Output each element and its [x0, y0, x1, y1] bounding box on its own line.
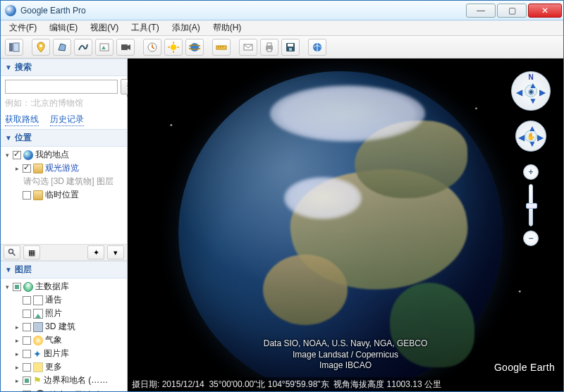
expand-icon[interactable]: ▸ [13, 165, 20, 172]
body: ▼ 搜索 搜索 例如：:北京的博物馆 获取路线 历史记录 ▼ 位置 [1, 59, 563, 391]
places-add-button[interactable]: ✦ [87, 245, 104, 259]
record-tour-button[interactable] [116, 39, 135, 56]
expand-icon[interactable]: ▸ [13, 324, 20, 331]
zoom-out-button[interactable]: − [523, 231, 539, 246]
collapse-icon: ▼ [5, 134, 12, 142]
get-directions-link[interactable]: 获取路线 [5, 114, 39, 126]
menu-tools[interactable]: 工具(T) [125, 20, 164, 35]
checkbox[interactable] [23, 191, 31, 200]
svg-line-29 [13, 253, 16, 256]
placemark-button[interactable] [32, 39, 50, 56]
pan-down-button[interactable]: ▼ [528, 139, 537, 149]
svg-rect-23 [267, 49, 271, 51]
layer-weather[interactable]: 气象 [45, 334, 62, 346]
maximize-button[interactable]: ▢ [497, 4, 527, 18]
look-left-button[interactable]: ◀ [516, 87, 522, 97]
pan-up-button[interactable]: ▲ [528, 123, 537, 133]
checkbox[interactable] [23, 323, 31, 331]
sightseeing-node[interactable]: 观光游览 [45, 162, 79, 174]
view-in-maps-button[interactable] [308, 39, 326, 56]
primary-db-node[interactable]: 主数据库 [35, 281, 69, 293]
temporary-places-node[interactable]: 临时位置 [45, 189, 79, 201]
my-places-node[interactable]: 我的地点 [35, 149, 69, 161]
ruler-button[interactable] [212, 39, 231, 56]
look-up-button[interactable]: ▲ [529, 80, 537, 90]
hide-sidebar-button[interactable] [5, 39, 23, 56]
path-button[interactable] [74, 39, 92, 56]
svg-rect-25 [288, 44, 293, 47]
menu-view[interactable]: 视图(V) [85, 20, 124, 35]
image-overlay-button[interactable] [95, 39, 114, 56]
look-down-button[interactable]: ▼ [529, 96, 537, 106]
pan-control[interactable]: ▲ ▼ ◀ ▶ ✋ [515, 121, 546, 152]
svg-point-9 [171, 44, 176, 50]
svg-marker-3 [59, 44, 66, 51]
svg-rect-0 [9, 43, 13, 51]
checkbox[interactable] [23, 376, 31, 385]
status-alt-label: 视角海拔高度 [333, 379, 384, 391]
look-right-button[interactable]: ▶ [539, 87, 546, 97]
layer-photos[interactable]: 照片 [45, 307, 62, 319]
svg-rect-1 [13, 43, 19, 51]
checkbox[interactable] [23, 363, 31, 372]
checkbox[interactable] [23, 336, 31, 345]
places-play-button[interactable]: ▦ [23, 245, 40, 259]
sunlight-button[interactable] [164, 39, 183, 56]
pan-left-button[interactable]: ◀ [518, 133, 525, 142]
pan-right-button[interactable]: ▶ [537, 133, 544, 142]
compass-control[interactable]: N ▲ ▼ ◀ ▶ ◉ [511, 71, 551, 111]
expand-icon[interactable]: ▸ [13, 364, 20, 371]
zoom-slider-track[interactable] [529, 184, 533, 226]
zoom-in-button[interactable]: + [523, 164, 539, 180]
search-input[interactable] [5, 80, 118, 94]
layer-borders[interactable]: 边界和地名 (…… [44, 374, 108, 386]
layer-announcements[interactable]: 通告 [45, 294, 62, 306]
planet-button[interactable] [185, 39, 204, 56]
places-panel-title: 位置 [15, 132, 32, 144]
email-button[interactable] [239, 39, 257, 56]
polygon-button[interactable] [53, 39, 71, 56]
minimize-button[interactable]: — [466, 4, 496, 18]
save-image-button[interactable] [281, 39, 300, 56]
layers-panel-title: 图层 [15, 264, 32, 276]
layers-tree[interactable]: ▾ 主数据库 通告 照片 ▸3D 建筑 ▸气象 ▸✦图片库 ▸更多 ▸⚑边界和地… [1, 278, 127, 391]
close-button[interactable]: ✕ [528, 4, 562, 18]
checkbox[interactable] [13, 151, 21, 159]
search-hint: 例如：:北京的博物馆 [5, 97, 123, 109]
checkbox[interactable] [23, 296, 31, 305]
status-coords: 35°00'00.00"北 104°59'59.98"东 [209, 379, 329, 391]
layer-more[interactable]: 更多 [45, 361, 62, 373]
app-title: Google Earth Pro [20, 6, 466, 16]
status-alt: 11003.13 公里 [387, 379, 441, 391]
layer-3d-buildings[interactable]: 3D 建筑 [45, 321, 75, 333]
globe-viewport[interactable]: N ▲ ▼ ◀ ▶ ◉ ▲ ▼ ◀ ▶ ✋ + − Data SIO, NOAA… [128, 59, 563, 391]
checkbox[interactable] [23, 350, 31, 358]
expand-icon[interactable]: ▾ [4, 152, 11, 159]
places-toolbar: ▦ ✦ ▾ [1, 244, 127, 261]
menu-edit[interactable]: 编辑(E) [44, 20, 83, 35]
historical-imagery-button[interactable] [143, 39, 161, 56]
expand-icon[interactable]: ▸ [13, 377, 20, 384]
menu-add[interactable]: 添加(A) [166, 20, 206, 35]
expand-icon[interactable]: ▸ [13, 337, 20, 344]
menubar: 文件(F) 编辑(E) 视图(V) 工具(T) 添加(A) 帮助(H) [1, 20, 563, 36]
checkbox[interactable] [23, 391, 31, 391]
checkbox[interactable] [23, 164, 31, 173]
places-delete-button[interactable]: ▾ [107, 245, 124, 259]
search-history-link[interactable]: 历史记录 [50, 114, 84, 126]
search-panel-header[interactable]: ▼ 搜索 [1, 59, 127, 76]
checkbox[interactable] [23, 310, 31, 318]
layer-gallery[interactable]: 图片库 [44, 348, 69, 360]
places-search-button[interactable] [4, 245, 20, 259]
layer-places[interactable]: 地点（已过时） [49, 389, 109, 392]
places-panel-header[interactable]: ▼ 位置 [1, 129, 127, 147]
expand-icon[interactable]: ▸ [13, 350, 20, 357]
checkbox[interactable] [13, 283, 21, 291]
zoom-slider-handle[interactable] [526, 203, 537, 209]
print-button[interactable] [260, 39, 278, 56]
svg-point-28 [9, 250, 13, 254]
expand-icon[interactable]: ▾ [4, 283, 11, 290]
menu-file[interactable]: 文件(F) [4, 20, 42, 35]
layers-panel-header[interactable]: ▼ 图层 [1, 261, 127, 278]
menu-help[interactable]: 帮助(H) [207, 20, 247, 35]
